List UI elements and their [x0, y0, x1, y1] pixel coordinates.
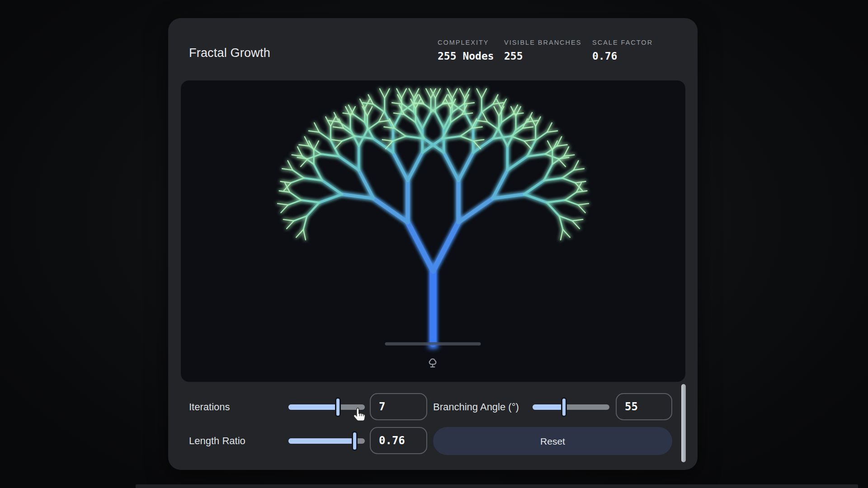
stat-scale-factor-value: 0.76 [592, 50, 653, 62]
branching-angle-slider-fill [533, 404, 564, 410]
fractal-growth-panel: Fractal Growth COMPLEXITY 255 Nodes VISI… [168, 18, 698, 470]
iterations-slider[interactable] [288, 404, 365, 410]
reset-button[interactable]: Reset [433, 427, 672, 455]
fractal-tree-branches [278, 89, 589, 343]
tree-icon [425, 355, 440, 372]
stat-scale-factor: SCALE FACTOR 0.76 [592, 39, 653, 62]
fractal-tree-drawing [181, 80, 685, 382]
length-ratio-slider-thumb[interactable] [352, 431, 358, 451]
branching-angle-label: Branching Angle (°) [433, 401, 519, 413]
iterations-value-field[interactable]: 7 [370, 393, 427, 420]
iterations-slider-thumb[interactable] [335, 397, 341, 417]
branching-angle-value-field[interactable]: 55 [616, 393, 672, 420]
next-section-edge [136, 484, 858, 488]
scrollbar-thumb[interactable] [681, 384, 686, 462]
length-ratio-slider[interactable] [288, 438, 365, 444]
stat-complexity-value: 255 Nodes [438, 50, 494, 62]
branching-angle-slider[interactable] [533, 404, 609, 410]
panel-title: Fractal Growth [189, 46, 270, 60]
stat-complexity-label: COMPLEXITY [438, 39, 494, 46]
iterations-slider-fill [288, 404, 338, 410]
stat-complexity: COMPLEXITY 255 Nodes [438, 39, 494, 62]
stat-visible-branches-label: VISIBLE BRANCHES [504, 39, 581, 46]
stat-visible-branches: VISIBLE BRANCHES 255 [504, 39, 581, 62]
fractal-canvas[interactable] [181, 80, 685, 382]
stat-visible-branches-value: 255 [504, 50, 581, 62]
length-ratio-slider-fill [288, 438, 355, 444]
length-ratio-label: Length Ratio [189, 435, 245, 447]
branching-angle-slider-thumb[interactable] [561, 397, 567, 417]
trunk-base-glow [427, 343, 439, 350]
length-ratio-value-field[interactable]: 0.76 [370, 427, 427, 454]
iterations-label: Iterations [189, 401, 230, 413]
stat-scale-factor-label: SCALE FACTOR [592, 39, 653, 46]
